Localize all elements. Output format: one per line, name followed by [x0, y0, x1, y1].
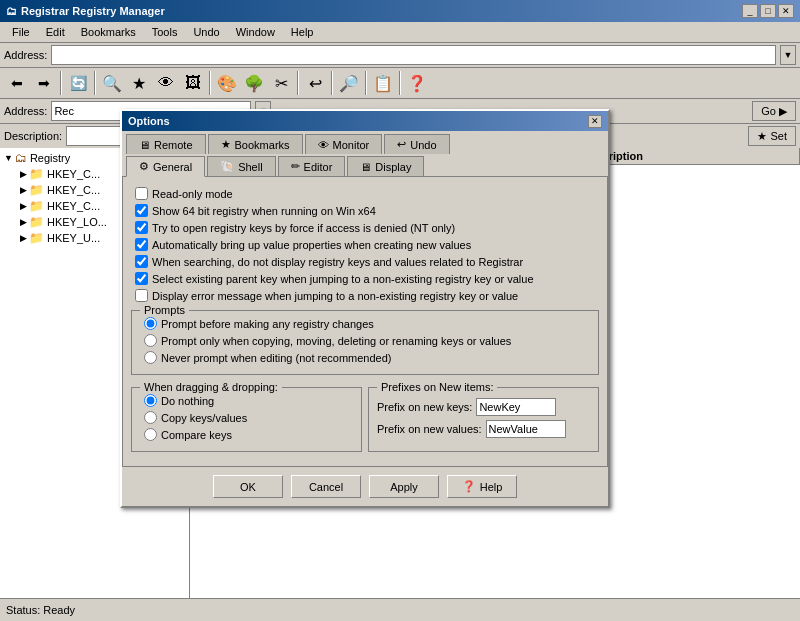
menu-bookmarks[interactable]: Bookmarks	[73, 24, 144, 40]
prefix-group: Prefixes on New items: Prefix on new key…	[368, 387, 599, 452]
menu-edit[interactable]: Edit	[38, 24, 73, 40]
toolbar-separator-7	[399, 71, 401, 95]
toolbar-tree[interactable]: 🌳	[241, 70, 267, 96]
close-button[interactable]: ✕	[778, 4, 794, 18]
rb-prompt-some: Prompt only when copying, moving, deleti…	[140, 332, 590, 349]
rb-prompt-some-input[interactable]	[144, 334, 157, 347]
menu-bar: File Edit Bookmarks Tools Undo Window He…	[0, 22, 800, 43]
address-input[interactable]	[51, 45, 776, 65]
rb-copy-keys-input[interactable]	[144, 411, 157, 424]
drag-group: When dragging & dropping: Do nothing Cop…	[131, 387, 362, 452]
tab-bookmarks-label: Bookmarks	[235, 139, 290, 151]
toolbar-palette[interactable]: 🎨	[214, 70, 240, 96]
cb-auto-props: Automatically bring up value properties …	[131, 236, 599, 253]
dialog-titlebar: Options ✕	[122, 111, 608, 131]
tab-undo-label: Undo	[410, 139, 436, 151]
ok-button[interactable]: OK	[213, 475, 283, 498]
tab-general-label: General	[153, 161, 192, 173]
cb-no-registrar-input[interactable]	[135, 255, 148, 268]
toolbar-forward[interactable]: ➡	[31, 70, 57, 96]
menu-window[interactable]: Window	[228, 24, 283, 40]
menu-tools[interactable]: Tools	[144, 24, 186, 40]
tab-display[interactable]: 🖥 Display	[347, 156, 424, 176]
tab-monitor[interactable]: 👁 Monitor	[305, 134, 383, 154]
toolbar-back[interactable]: ⬅	[4, 70, 30, 96]
rb-prompt-always-input[interactable]	[144, 317, 157, 330]
prefix-key-input[interactable]	[476, 398, 556, 416]
status-text: Status: Ready	[6, 604, 75, 616]
cb-64bit-input[interactable]	[135, 204, 148, 217]
rb-copy-keys: Copy keys/values	[140, 409, 353, 426]
toolbar-separator-4	[297, 71, 299, 95]
cb-select-parent-input[interactable]	[135, 272, 148, 285]
tab-bookmarks[interactable]: ★ Bookmarks	[208, 134, 303, 154]
menu-undo[interactable]: Undo	[185, 24, 227, 40]
prompts-group-label: Prompts	[140, 304, 189, 316]
window-controls[interactable]: _ □ ✕	[742, 4, 794, 18]
cb-display-error-input[interactable]	[135, 289, 148, 302]
menu-file[interactable]: File	[4, 24, 38, 40]
tab-undo[interactable]: ↩ Undo	[384, 134, 449, 154]
maximize-button[interactable]: □	[760, 4, 776, 18]
tab-editor[interactable]: ✏ Editor	[278, 156, 346, 176]
title-bar: 🗂 Registrar Registry Manager _ □ ✕	[0, 0, 800, 22]
app-icon: 🗂	[6, 5, 17, 17]
prefix-value-input[interactable]	[486, 420, 566, 438]
address-bar: Address: ▼	[0, 43, 800, 68]
toolbar-copy[interactable]: 📋	[370, 70, 396, 96]
toolbar-help[interactable]: ❓	[404, 70, 430, 96]
status-bar: Status: Ready	[0, 598, 800, 620]
toolbar-separator-3	[209, 71, 211, 95]
app-title: Registrar Registry Manager	[21, 5, 165, 17]
rb-do-nothing-input[interactable]	[144, 394, 157, 407]
toolbar-separator-5	[331, 71, 333, 95]
toolbar-separator-1	[60, 71, 62, 95]
address-label: Address:	[4, 49, 47, 61]
rb-prompt-some-label: Prompt only when copying, moving, deleti…	[161, 335, 511, 347]
display-icon: 🖥	[360, 161, 371, 173]
cb-force-open-input[interactable]	[135, 221, 148, 234]
tab-display-label: Display	[375, 161, 411, 173]
cb-auto-props-input[interactable]	[135, 238, 148, 251]
menu-help[interactable]: Help	[283, 24, 322, 40]
minimize-button[interactable]: _	[742, 4, 758, 18]
toolbar-zoom[interactable]: 🔎	[336, 70, 362, 96]
toolbar-cut[interactable]: ✂	[268, 70, 294, 96]
toolbar-image[interactable]: 🖼	[180, 70, 206, 96]
drag-group-label: When dragging & dropping:	[140, 381, 282, 393]
remote-icon: 🖥	[139, 139, 150, 151]
apply-label: Apply	[390, 481, 418, 493]
dialog-close-button[interactable]: ✕	[588, 115, 602, 128]
cancel-button[interactable]: Cancel	[291, 475, 361, 498]
dialog-overlay: Options ✕ 🖥 Remote ★ Bookmarks 👁 Monitor	[0, 99, 800, 598]
toolbar-bookmarks[interactable]: ★	[126, 70, 152, 96]
rb-copy-keys-label: Copy keys/values	[161, 412, 247, 424]
cb-readonly: Read-only mode	[131, 185, 599, 202]
cb-force-open-label: Try to open registry keys by force if ac…	[152, 222, 455, 234]
prompts-group: Prompts Prompt before making any registr…	[131, 310, 599, 375]
toolbar-undo[interactable]: ↩	[302, 70, 328, 96]
apply-button[interactable]: Apply	[369, 475, 439, 498]
tab-remote[interactable]: 🖥 Remote	[126, 134, 206, 154]
cb-auto-props-label: Automatically bring up value properties …	[152, 239, 471, 251]
tab-general[interactable]: ⚙ General	[126, 156, 205, 177]
address-dropdown[interactable]: ▼	[780, 45, 796, 65]
rb-compare-keys-label: Compare keys	[161, 429, 232, 441]
cb-display-error: Display error message when jumping to a …	[131, 287, 599, 304]
tab-shell-label: Shell	[238, 161, 262, 173]
tab-editor-label: Editor	[304, 161, 333, 173]
toolbar-refresh[interactable]: 🔄	[65, 70, 91, 96]
toolbar-search[interactable]: 🔍	[99, 70, 125, 96]
dialog-title: Options	[128, 115, 170, 127]
help-button[interactable]: ❓ Help	[447, 475, 517, 498]
tab-shell[interactable]: 🐚 Shell	[207, 156, 275, 176]
cb-no-registrar: When searching, do not display registry …	[131, 253, 599, 270]
rb-compare-keys: Compare keys	[140, 426, 353, 443]
rb-prompt-never-input[interactable]	[144, 351, 157, 364]
rb-compare-keys-input[interactable]	[144, 428, 157, 441]
toolbar-binoculars[interactable]: 👁	[153, 70, 179, 96]
help-icon: ❓	[462, 480, 476, 493]
tab-monitor-label: Monitor	[333, 139, 370, 151]
cb-readonly-input[interactable]	[135, 187, 148, 200]
bookmarks-icon: ★	[221, 138, 231, 151]
